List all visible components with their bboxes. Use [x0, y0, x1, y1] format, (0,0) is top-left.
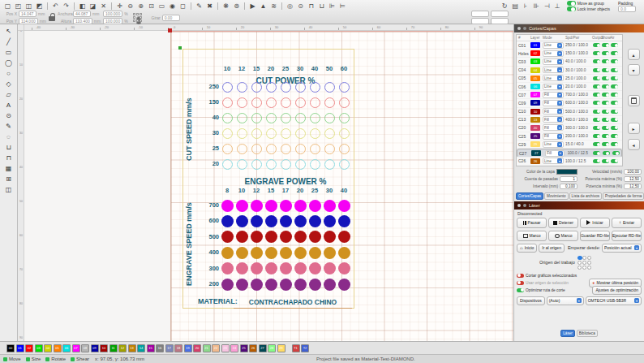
rectangle-tool[interactable]: ▭ — [2, 48, 15, 58]
cut-test-circle[interactable] — [222, 113, 233, 123]
palette-swatch-15[interactable]: 15 — [147, 344, 155, 352]
engrave-test-dot[interactable] — [265, 262, 277, 274]
cut-power-header[interactable]: 10 — [220, 65, 234, 72]
engrave-test-dot[interactable] — [309, 200, 321, 212]
layer-mode-select[interactable]: Line▾ — [543, 67, 564, 73]
cut-test-circle[interactable] — [324, 159, 335, 170]
palette-swatch-03[interactable]: 03 — [35, 344, 43, 352]
boolean-union-tool[interactable]: ⊔ — [2, 143, 15, 153]
layer-color-swatch[interactable] — [556, 169, 577, 175]
toolbar-field-disabled-4[interactable] — [491, 18, 509, 24]
cut-test-circle[interactable] — [266, 97, 277, 108]
engrave-test-dot[interactable] — [324, 215, 336, 227]
engrave-test-dot[interactable] — [280, 200, 292, 212]
engrave-test-dot[interactable] — [324, 279, 336, 291]
job-origin-radio[interactable] — [577, 261, 582, 265]
layer-air-toggle[interactable] — [611, 59, 618, 63]
engrave-test-dot[interactable] — [251, 215, 263, 227]
align-v-icon[interactable]: ⊨ — [338, 2, 347, 11]
layer-color-chip[interactable]: 01 — [530, 42, 540, 48]
run-rd-file-button[interactable]: Ejecutar RD-file — [612, 231, 642, 241]
optimize-path-toggle[interactable] — [517, 288, 524, 292]
layer-mode-select[interactable]: Fill▾ — [543, 92, 564, 98]
zoom-in-icon[interactable]: ⊕ — [136, 2, 145, 11]
frame-ellipse-button[interactable]: Marco — [548, 231, 578, 241]
cut-test-circle[interactable] — [251, 128, 262, 139]
palette-swatch-27[interactable]: 27 — [259, 344, 267, 352]
layer-show-toggle[interactable] — [602, 59, 609, 63]
monitor-icon[interactable]: ◻ — [178, 2, 187, 11]
cut-test-circle[interactable] — [310, 159, 320, 170]
palette-swatch-22[interactable]: 22 — [212, 344, 220, 352]
circle-tool[interactable]: ○ — [2, 69, 15, 79]
layer-color-chip[interactable]: 29 — [530, 141, 540, 147]
layer-color-chip[interactable]: 25 — [530, 133, 540, 139]
engrave-test-dot[interactable] — [221, 231, 234, 243]
palette-swatch-21[interactable]: 21 — [203, 344, 211, 352]
magnet-icon[interactable]: ⊓ — [307, 2, 316, 11]
palette-swatch-19[interactable]: 19 — [184, 344, 192, 352]
palette-swatch-07[interactable]: 07 — [72, 344, 80, 352]
cut-power-header[interactable]: 40 — [307, 65, 322, 72]
device-select[interactable]: OMTECH USB-5B3R▾ — [586, 296, 642, 305]
palette-swatch-26[interactable]: 26 — [249, 344, 257, 352]
cut-test-circle[interactable] — [281, 144, 291, 154]
cut-power-header[interactable]: 50 — [322, 65, 337, 72]
select-tool[interactable]: ↖ — [2, 27, 15, 37]
rotate-input[interactable]: 0.00 — [162, 15, 180, 21]
layer-mode-select[interactable]: Line▾ — [543, 84, 564, 90]
tools-icon[interactable]: ✖ — [205, 2, 214, 11]
material-label[interactable]: MATERIAL: — [198, 297, 238, 305]
layer-row-c25[interactable]: C2525Fill▾200.0 / 100.0 — [517, 132, 622, 140]
engrave-test-dot[interactable] — [265, 200, 277, 212]
layer-color-chip[interactable]: 10 — [530, 109, 540, 115]
text-tool[interactable]: A — [2, 101, 15, 110]
cut-test-circle[interactable] — [339, 97, 350, 108]
cut-test-circle[interactable] — [324, 82, 335, 93]
pos-x-input[interactable]: 14.047 — [19, 11, 36, 17]
cut-power-header[interactable]: 12 — [234, 65, 249, 72]
cut-test-circle[interactable] — [251, 113, 262, 123]
engrave-power-header[interactable]: 17 — [278, 187, 293, 194]
draw-line-tool[interactable]: ╱ — [2, 37, 15, 47]
engrave-test-dot[interactable] — [338, 231, 350, 243]
layer-mode-select[interactable]: Fill▾ — [545, 150, 564, 157]
engrave-test-dot[interactable] — [280, 215, 292, 227]
layer-row-c29[interactable]: C2929Line▾15.0 / 40.0 — [517, 140, 622, 149]
layer-mode-select[interactable]: Fill▾ — [543, 108, 564, 115]
layer-color-chip[interactable]: 26 — [530, 158, 540, 164]
engrave-test-dot[interactable] — [338, 262, 350, 274]
layer-output-toggle[interactable] — [593, 110, 600, 114]
cut-test-circle[interactable] — [251, 97, 262, 108]
job-origin-radio[interactable] — [587, 266, 591, 270]
palette-swatch-06[interactable]: 06 — [62, 344, 71, 352]
layer-output-toggle[interactable] — [593, 84, 600, 89]
cut-speed-row-label[interactable]: 150 — [191, 98, 219, 106]
layer-show-toggle[interactable] — [602, 110, 609, 114]
layer-show-toggle[interactable] — [602, 76, 609, 80]
copy-icon[interactable]: ◧ — [78, 2, 87, 11]
layer-output-toggle[interactable] — [593, 142, 600, 146]
engrave-speed-row-label[interactable]: 700 — [191, 201, 219, 209]
engrave-test-dot[interactable] — [265, 247, 277, 259]
layer-assign-right-button[interactable]: ▸ — [628, 123, 640, 134]
cut-test-circle[interactable] — [237, 97, 247, 108]
layer-air-toggle[interactable] — [611, 84, 618, 89]
engrave-test-dot[interactable] — [236, 262, 248, 274]
cut-test-circle[interactable] — [281, 128, 291, 139]
layer-show-toggle[interactable] — [602, 126, 609, 130]
layer-color-chip[interactable]: 09 — [530, 100, 540, 106]
engrave-power-header[interactable]: 40 — [337, 187, 351, 194]
engrave-test-dot[interactable] — [236, 247, 248, 259]
engrave-test-dot[interactable] — [265, 215, 277, 227]
workspace-canvas[interactable]: -40-30-20-100102030405060708090 01020304… — [18, 24, 513, 341]
layer-air-toggle[interactable] — [611, 126, 618, 130]
devices-button[interactable]: Dispositivos — [517, 296, 545, 305]
layer-air-toggle[interactable] — [611, 101, 618, 105]
engrave-test-dot[interactable] — [309, 247, 321, 259]
engrave-power-header[interactable]: 10 — [234, 187, 249, 194]
palette-swatch-20[interactable]: 20 — [193, 344, 201, 352]
status-indicator-shear[interactable]: Shear — [71, 357, 89, 361]
start-button[interactable]: Iniciar — [580, 218, 610, 228]
palette-swatch-09[interactable]: 09 — [91, 344, 99, 352]
